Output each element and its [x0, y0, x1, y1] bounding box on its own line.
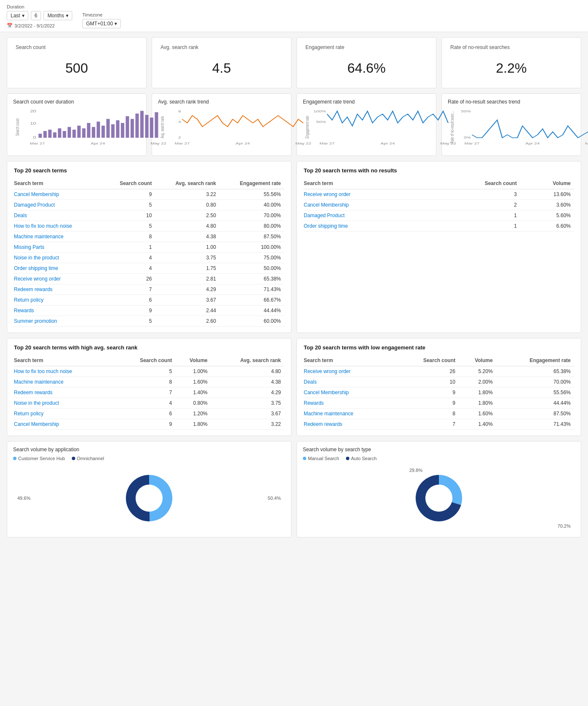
col-header-3[interactable]: Engagement rate [219, 178, 284, 189]
chart-area-1: 842Mar 27Apr 24May 22Avg. search rank [158, 108, 285, 150]
high-rank-table-title: Top 20 search terms with high avg. searc… [14, 344, 284, 351]
donut-type-label-top: 29.8% [409, 468, 422, 473]
table-cell: Return policy [14, 295, 103, 305]
svg-text:Mar 27: Mar 27 [175, 142, 190, 145]
table-cell: Receive wrong order [14, 274, 103, 284]
svg-rect-4 [58, 128, 61, 138]
svg-text:2: 2 [178, 136, 181, 139]
col-header-3[interactable]: Avg. search rank [211, 355, 284, 366]
table-cell: 6.60% [520, 221, 574, 232]
table-cell: 9 [116, 419, 175, 430]
svg-rect-21 [140, 111, 144, 138]
table-cell: 71.43% [219, 284, 284, 295]
table-cell: 71.43% [496, 419, 574, 430]
table-cell: 2 [430, 200, 520, 210]
calendar-icon: 📅 [7, 23, 13, 28]
table-cell: 5 [103, 221, 155, 232]
col-header-0[interactable]: Search term [304, 178, 430, 189]
svg-text:50%: 50% [316, 120, 326, 124]
table-cell: 7 [116, 387, 175, 398]
top20-table: Search termSearch countAvg. search rankE… [14, 178, 284, 327]
charts-row: Search count over duration 20100Mar 27Ap… [7, 93, 581, 156]
table-cell: Summer promotion [14, 316, 103, 327]
legend-dot [303, 457, 306, 460]
table-row: Summer promotion52.6060.00% [14, 316, 284, 327]
metric-value-3: 2.2% [450, 55, 572, 81]
col-header-1[interactable]: Search count [116, 355, 175, 366]
table-cell: Return policy [14, 409, 116, 419]
table-cell: 1 [430, 210, 520, 221]
chart-area-3: 50%0%Mar 27Apr 24May 22Rate of no-result… [448, 108, 575, 150]
period-unit-select[interactable]: Months ▾ [44, 11, 72, 20]
col-header-2[interactable]: Avg. search rank [155, 178, 219, 189]
col-header-1[interactable]: Search count [430, 178, 520, 189]
chart-title-1: Avg. search rank trend [158, 99, 285, 105]
period-option-select[interactable]: Last ▾ [7, 11, 28, 20]
table-cell: How to fix too much noise [14, 221, 103, 232]
metrics-row: Search count 500Avg. search rank 4.5Enga… [7, 37, 581, 88]
svg-rect-2 [48, 130, 52, 138]
svg-rect-20 [136, 114, 139, 138]
col-header-0[interactable]: Search term [14, 355, 116, 366]
donut-segment [126, 475, 150, 521]
table-cell: Rewards [304, 398, 397, 409]
chevron-down-icon: ▾ [22, 13, 24, 19]
svg-rect-16 [116, 120, 120, 138]
table-cell: How to fix too much noise [14, 366, 116, 377]
col-header-0[interactable]: Search term [304, 355, 397, 366]
donut-row: Search volume by application Customer Se… [7, 441, 581, 537]
table-cell: Cancel Membership [304, 387, 397, 398]
high-rank-table-card: Top 20 search terms with high avg. searc… [7, 338, 291, 436]
svg-rect-23 [150, 117, 153, 138]
date-range: 📅 3/2/2022 - 9/1/2022 [7, 23, 72, 28]
col-header-1[interactable]: Search count [103, 178, 155, 189]
table-cell: 4 [103, 263, 155, 274]
table-row: Redeem rewards71.40%4.29 [14, 387, 284, 398]
table-cell: 3 [430, 189, 520, 200]
col-header-0[interactable]: Search term [14, 178, 103, 189]
table-row: Order shipping time41.7550.00% [14, 263, 284, 274]
col-header-3[interactable]: Engagement rate [496, 355, 574, 366]
duration-controls: Last ▾ 6 Months ▾ [7, 11, 72, 20]
svg-text:100%: 100% [313, 109, 326, 113]
svg-text:8: 8 [178, 109, 181, 113]
col-header-1[interactable]: Search count [397, 355, 459, 366]
svg-text:Apr 24: Apr 24 [91, 142, 105, 145]
trend-chart-0: Search count over duration 20100Mar 27Ap… [7, 93, 147, 156]
timezone-label: Timezone [82, 12, 121, 17]
legend-item: Auto Search [346, 456, 377, 461]
legend-label: Auto Search [351, 456, 377, 461]
chart-area-0: 20100Mar 27Apr 24May 22Search count [13, 108, 140, 150]
table-cell: 0.80 [155, 200, 219, 210]
svg-text:0: 0 [33, 135, 36, 139]
col-header-2[interactable]: Volume [520, 178, 574, 189]
svg-text:May 22: May 22 [585, 142, 588, 145]
metric-value-2: 64.6% [305, 55, 427, 81]
table-cell: 4.80 [155, 221, 219, 232]
svg-rect-8 [77, 125, 81, 138]
table-cell: 8 [103, 232, 155, 242]
svg-text:Search count: Search count [15, 118, 20, 136]
table-cell: 5 [103, 316, 155, 327]
table-cell: 66.67% [219, 295, 284, 305]
table-cell: 55.56% [496, 387, 574, 398]
timezone-select[interactable]: GMT+01:00 ▾ [82, 19, 121, 28]
svg-text:Mar 27: Mar 27 [30, 142, 45, 145]
svg-rect-11 [92, 127, 95, 138]
col-header-2[interactable]: Volume [175, 355, 211, 366]
table-cell: 3.75 [211, 398, 284, 409]
period-value-select[interactable]: 6 [31, 11, 41, 20]
table-cell: 7 [103, 284, 155, 295]
table-cell: 50.00% [219, 263, 284, 274]
legend-label: Customer Service Hub [18, 456, 65, 461]
table-cell: Redeem rewards [14, 387, 116, 398]
donut-app-title: Search volume by application [13, 447, 285, 452]
col-header-2[interactable]: Volume [459, 355, 496, 366]
table-cell: Missing Parts [14, 242, 103, 253]
top20-table-title: Top 20 search terms [14, 167, 284, 174]
table-cell: 100.00% [219, 242, 284, 253]
table-cell: 87.50% [496, 409, 574, 419]
legend-item: Manual Search [303, 456, 339, 461]
legend-item: Omnichannel [72, 456, 104, 461]
table-cell: 44.44% [219, 305, 284, 316]
